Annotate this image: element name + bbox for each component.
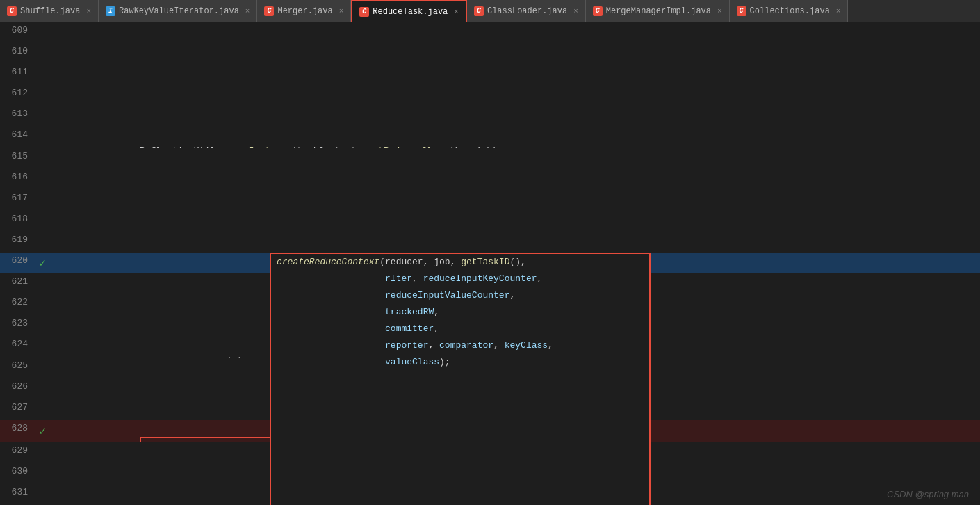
line-num-609: 609 bbox=[0, 22, 35, 43]
line-num-623: 623 bbox=[0, 315, 35, 336]
code-content-617: job. setBoolean( name: "mapred. skip. on… bbox=[50, 190, 980, 211]
code-line-610: 610 getTaskID(), reporter); reporter: Ta… bbox=[0, 43, 980, 64]
code-line-609: 609 new org. apache. hadoop. mapreduce. … bbox=[0, 22, 980, 43]
popup-line-4: trackedRW, bbox=[271, 304, 649, 321]
line-num-619: 619 bbox=[0, 232, 35, 252]
tab-classloader[interactable]: C ClassLoader.java × bbox=[467, 0, 586, 22]
line-num-629: 629 bbox=[0, 442, 35, 463]
tab-close-collections[interactable]: × bbox=[836, 7, 841, 15]
tab-label-merger: Merger.java bbox=[277, 6, 332, 16]
code-content-611: // make a reducer bbox=[50, 64, 980, 85]
tab-rawkeyvalue[interactable]: I RawKeyValueIterator.java × bbox=[99, 0, 257, 22]
tab-label-classloader: ClassLoader.java bbox=[487, 6, 567, 16]
debug-checkmark-620: ✓ bbox=[39, 256, 46, 270]
popup-line-5: committer, bbox=[271, 321, 649, 337]
code-content-609: new org. apache. hadoop. mapreduce. task… bbox=[50, 22, 980, 43]
debug-icon-621 bbox=[35, 273, 50, 294]
tab-close-mergemanager[interactable]: × bbox=[717, 7, 722, 15]
debug-icon-618 bbox=[35, 211, 50, 232]
tab-label-mergemanager: MergeManagerImpl.java bbox=[606, 6, 711, 16]
tab-collections[interactable]: C Collections.java × bbox=[730, 0, 849, 22]
debug-icon-628: ✓ bbox=[35, 420, 50, 442]
tab-icon-mergemanager: C bbox=[593, 6, 603, 16]
tab-close-classloader[interactable]: × bbox=[573, 7, 578, 15]
code-line-612: 612 org. apache. hadoop. mapreduce. Redu… bbox=[0, 85, 980, 106]
line-num-627: 627 bbox=[0, 399, 35, 420]
debug-icon-622 bbox=[35, 294, 50, 315]
tab-icon-merger: C bbox=[264, 6, 274, 16]
debug-icon-612 bbox=[35, 85, 50, 106]
line-num-630: 630 bbox=[0, 463, 35, 484]
code-line-613: 613 (org. apache. hadoop. mapreduce. Red… bbox=[0, 106, 980, 127]
line-num-625: 625 bbox=[0, 358, 35, 378]
code-content-612: org. apache. hadoop. mapreduce. Reducer<… bbox=[50, 85, 980, 106]
tab-close-merger[interactable]: × bbox=[339, 7, 344, 15]
debug-icon-620: ✓ bbox=[35, 252, 50, 273]
line-num-612: 612 bbox=[0, 85, 35, 106]
tab-label-reducetask: ReduceTask.java bbox=[373, 7, 448, 17]
debug-icon-623 bbox=[35, 315, 50, 336]
tab-close-reducetask[interactable]: × bbox=[454, 8, 459, 16]
line-num-618: 618 bbox=[0, 211, 35, 232]
tab-bar: C Shuffle.java × I RawKeyValueIterator.j… bbox=[0, 0, 980, 22]
line-num-622: 622 bbox=[0, 294, 35, 315]
code-line-615: 615 org. apache. hadoop. mapreduce. Reco… bbox=[0, 148, 980, 169]
debug-icon-624 bbox=[35, 336, 50, 357]
code-line-611: 611 // make a reducer bbox=[0, 64, 980, 85]
tab-label-rawkeyvalue: RawKeyValueIterator.java bbox=[119, 6, 239, 16]
line-num-616: 616 bbox=[0, 169, 35, 190]
code-content-618: job. setBoolean(JobContext. SKIP_RECORDS… bbox=[50, 211, 980, 232]
tab-label-shuffle: Shuffle.java bbox=[20, 6, 80, 16]
code-content-614: ReflectionUtils. newInstance(taskContext… bbox=[50, 127, 980, 147]
popup-line-1: createReduceContext(reducer, job, getTas… bbox=[271, 254, 649, 271]
tab-icon-collections: C bbox=[737, 6, 746, 16]
debug-icon-631 bbox=[35, 484, 50, 505]
debug-icon-614 bbox=[35, 127, 50, 147]
debug-icon-626 bbox=[35, 378, 50, 399]
popup-line-2: rIter, reduceInputKeyCounter, bbox=[271, 271, 649, 287]
debug-icon-617 bbox=[35, 190, 50, 211]
code-line-616: 616 new NewTrackingRecordWriter<^>( redu… bbox=[0, 169, 980, 190]
debug-icon-615 bbox=[35, 148, 50, 169]
tab-icon-classloader: C bbox=[474, 6, 484, 16]
debug-icon-609 bbox=[35, 22, 50, 43]
code-line-614: 614 ReflectionUtils. newInstance(taskCon… bbox=[0, 127, 980, 147]
line-num-626: 626 bbox=[0, 378, 35, 399]
popup-line-6: reporter, comparator, keyClass, bbox=[271, 337, 649, 354]
debug-icon-610 bbox=[35, 43, 50, 64]
tab-mergemanager[interactable]: C MergeManagerImpl.java × bbox=[586, 0, 730, 22]
line-num-613: 613 bbox=[0, 106, 35, 127]
line-num-610: 610 bbox=[0, 43, 35, 64]
tab-shuffle[interactable]: C Shuffle.java × bbox=[0, 0, 99, 22]
line-num-624: 624 bbox=[0, 336, 35, 357]
code-content-615: org. apache. hadoop. mapreduce. RecordWr… bbox=[50, 148, 980, 169]
tab-icon-reducetask: C bbox=[359, 7, 369, 17]
debug-icon-629 bbox=[35, 442, 50, 463]
popup-line-7: valueClass); bbox=[271, 354, 649, 371]
tab-close-shuffle[interactable]: × bbox=[86, 7, 91, 15]
line-num-614: 614 bbox=[0, 127, 35, 147]
debug-icon-625 bbox=[35, 358, 50, 378]
debug-icon-619 bbox=[35, 232, 50, 252]
line-num-628: 628 bbox=[0, 420, 35, 442]
tab-merger[interactable]: C Merger.java × bbox=[257, 0, 351, 22]
code-area: 609 new org. apache. hadoop. mapreduce. … bbox=[0, 22, 980, 505]
line-num-615: 615 bbox=[0, 148, 35, 169]
popup-box-createreducecontext: createReduceContext(reducer, job, getTas… bbox=[270, 252, 651, 505]
tab-icon-rawkeyvalue: I bbox=[106, 6, 115, 16]
tab-icon-shuffle: C bbox=[7, 6, 17, 16]
debug-checkmark-628: ✓ bbox=[39, 424, 46, 438]
line-num-631: 631 bbox=[0, 484, 35, 505]
code-content-619: org. apache. hadoop. mapreduce. Reducer.… bbox=[50, 232, 980, 252]
tab-reducetask[interactable]: C ReduceTask.java × bbox=[351, 0, 467, 22]
tab-close-rawkeyvalue[interactable]: × bbox=[245, 7, 250, 15]
code-content-613: (org. apache. hadoop. mapreduce. Reducer… bbox=[50, 106, 980, 127]
debug-icon-613 bbox=[35, 106, 50, 127]
tab-label-collections: Collections.java bbox=[750, 6, 830, 16]
watermark: CSDN @spring man bbox=[887, 489, 969, 499]
debug-icon-627 bbox=[35, 399, 50, 420]
popup-line-3: reduceInputValueCounter, bbox=[271, 287, 649, 304]
code-line-618: 618 job. setBoolean(JobContext. SKIP_REC… bbox=[0, 211, 980, 232]
line-num-617: 617 bbox=[0, 190, 35, 211]
code-line-620: 620 ✓ reducerContext = createReduceConte… bbox=[0, 252, 980, 273]
